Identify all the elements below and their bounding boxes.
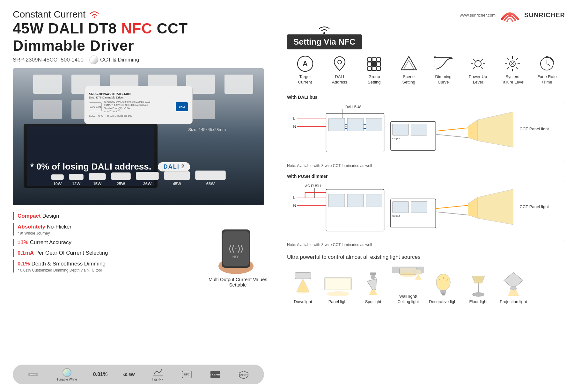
brand-url: www.sunricher.com bbox=[460, 13, 496, 18]
feat-noflicker-sub: * at Whole Journey bbox=[18, 231, 71, 236]
svg-rect-128 bbox=[415, 270, 422, 274]
device-25w-box bbox=[111, 172, 131, 180]
feat-compact-rest: Design bbox=[42, 213, 59, 219]
device-65w-label: 65W bbox=[206, 181, 215, 186]
svg-rect-39 bbox=[372, 67, 376, 70]
model-number: SRP-2309N-45CCT500-1400 bbox=[13, 57, 84, 63]
small-dev-45w: 45W bbox=[164, 171, 190, 186]
title-block: Constant Current 45W DALI DT8 NFC CCT Di… bbox=[13, 9, 264, 64]
svg-rect-38 bbox=[368, 67, 372, 70]
svg-rect-82 bbox=[347, 118, 364, 131]
nfc-header-wifi-icon bbox=[318, 25, 331, 34]
feat-gear-highlight: 0.1mA bbox=[18, 250, 34, 256]
wiring-push-dimmer: With PUSH dimmer AC PUSH L N bbox=[287, 174, 565, 247]
nfc-label-group-setting: GroupSetting bbox=[368, 74, 380, 85]
svg-marker-113 bbox=[468, 197, 478, 218]
svg-rect-37 bbox=[377, 62, 380, 66]
light-src-downlight: Downlight bbox=[287, 270, 319, 305]
svg-text:DALI 2 DT8: DALI 2 DT8 bbox=[29, 374, 38, 375]
light-src-wallceiling: Wall light/Ceiling light bbox=[392, 265, 424, 305]
tunable-icon bbox=[62, 368, 72, 377]
group-setting-icon bbox=[364, 55, 384, 72]
device-10w-box bbox=[51, 174, 64, 180]
product-image-box: SRP-2309N-45CCT500-1400 DALI DT8 Dimmabl… bbox=[13, 68, 264, 205]
device-12w-label: 12W bbox=[72, 181, 81, 186]
wifi-icon bbox=[89, 10, 100, 18]
title-line2: 45W DALI DT8 NFC CCT Dimmable Driver bbox=[13, 20, 264, 54]
svg-rect-104 bbox=[347, 194, 364, 207]
svg-text:CCT Panel light: CCT Panel light bbox=[519, 127, 549, 131]
svg-text:5 YEARS: 5 YEARS bbox=[210, 373, 220, 376]
svg-rect-2 bbox=[33, 75, 62, 94]
device-10w-label: 10W bbox=[53, 181, 62, 186]
svg-rect-7 bbox=[224, 75, 253, 94]
bicon-highpf: High PF bbox=[152, 368, 163, 381]
nfc-item-system-failure: SystemFailure Level bbox=[496, 55, 529, 85]
downlight-icon bbox=[287, 270, 319, 297]
nfc-item-scene-setting: SceneSetting bbox=[392, 55, 425, 85]
svg-rect-107 bbox=[393, 201, 409, 213]
wiring-section: With DALI bus DALI BUS L N DA DA bbox=[287, 95, 565, 247]
svg-rect-8 bbox=[33, 100, 62, 119]
system-failure-icon bbox=[503, 55, 522, 72]
5years-icon: 5 YEARS bbox=[210, 370, 220, 379]
svg-marker-41 bbox=[401, 56, 416, 70]
svg-point-28 bbox=[323, 32, 325, 34]
svg-point-120 bbox=[327, 291, 350, 296]
bicon-safety: SAFETY bbox=[239, 370, 249, 379]
svg-line-59 bbox=[507, 58, 509, 60]
nfc-label-system-failure: SystemFailure Level bbox=[501, 74, 524, 85]
svg-point-117 bbox=[297, 290, 309, 294]
svg-line-52 bbox=[481, 59, 483, 61]
feat-accuracy-rest: Current Accuracy bbox=[30, 239, 71, 245]
nfc-phone-area: ((·)) NFC bbox=[204, 217, 268, 274]
device-12w-box bbox=[69, 174, 84, 180]
light-sources-title: Ultra powerful to control almost all exi… bbox=[287, 254, 565, 260]
svg-line-61 bbox=[516, 58, 518, 60]
svg-marker-141 bbox=[504, 272, 523, 288]
panel-light-icon bbox=[322, 270, 354, 297]
svg-line-60 bbox=[516, 67, 518, 69]
bicon-nfc: NFC bbox=[182, 370, 192, 379]
svg-text:L: L bbox=[293, 116, 295, 121]
svg-rect-133 bbox=[442, 294, 445, 295]
light-src-spotlight: Spotlight bbox=[357, 270, 389, 305]
feat-noflicker-highlight: Absolutely bbox=[18, 224, 45, 230]
feat-dimming-text: 0.1% Depth & Smoothness Dimming bbox=[18, 260, 106, 268]
svg-line-89 bbox=[436, 134, 468, 137]
nfc-label-scene-setting: SceneSetting bbox=[402, 74, 415, 85]
small-devices-row: 10W 12W 15W 25W 36W 45W bbox=[51, 171, 226, 186]
svg-text:L: L bbox=[293, 195, 295, 200]
wiring-dali-title: With DALI bus bbox=[287, 95, 565, 100]
device-15w-box bbox=[89, 173, 106, 180]
device-65w-box bbox=[195, 171, 226, 180]
wiring-push-svg: AC PUSH L N DALI Dimmable Driver bbox=[287, 181, 565, 241]
svg-text:Output: Output bbox=[392, 137, 400, 140]
bicon-5years: 5 YEARS bbox=[210, 370, 220, 379]
svg-rect-108 bbox=[411, 201, 427, 213]
highpf-icon bbox=[153, 368, 163, 377]
svg-line-88 bbox=[436, 128, 468, 131]
svg-point-31 bbox=[338, 60, 342, 64]
bicon-tunable: Tunable White bbox=[56, 368, 77, 381]
nfc-section-title: Setting Via NFC bbox=[293, 37, 356, 47]
feat-noflicker-rest: No-Flicker bbox=[47, 224, 71, 230]
wallceiling-icon bbox=[392, 265, 424, 292]
small-dev-36w: 36W bbox=[136, 172, 159, 186]
nfc-item-group-setting: GroupSetting bbox=[357, 55, 391, 85]
nfc-badge-icon: NFC bbox=[182, 370, 192, 379]
light-src-floor: Floor light bbox=[462, 270, 494, 305]
device-36w-box bbox=[136, 172, 159, 180]
svg-text:SAFETY: SAFETY bbox=[239, 374, 248, 376]
svg-rect-36 bbox=[372, 62, 376, 66]
nfc-icons-row: A TargetCurrent DALIAddress bbox=[287, 55, 565, 85]
light-src-decorative-label: Decorative light bbox=[429, 299, 458, 305]
svg-rect-83 bbox=[366, 118, 382, 131]
svg-text:Output: Output bbox=[392, 214, 400, 217]
svg-rect-131 bbox=[440, 290, 446, 293]
small-dev-65w: 65W bbox=[195, 171, 226, 186]
light-src-decorative: Decorative light bbox=[427, 270, 459, 305]
bicon-tunable-label: Tunable White bbox=[56, 378, 77, 381]
wiring-push-diagram: AC PUSH L N DALI Dimmable Driver bbox=[287, 181, 565, 241]
svg-rect-22 bbox=[153, 375, 163, 376]
